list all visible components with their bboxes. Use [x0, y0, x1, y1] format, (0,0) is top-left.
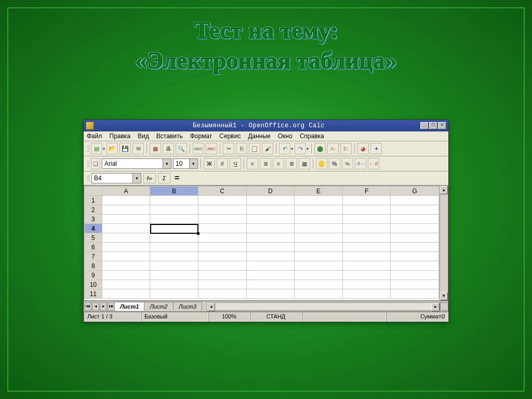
- cell-D3[interactable]: [246, 215, 295, 224]
- cell-A7[interactable]: [102, 252, 150, 261]
- cell-F1[interactable]: [342, 196, 391, 205]
- format-paint-icon[interactable]: 🖌: [262, 143, 273, 154]
- sheet-tab-3[interactable]: Лист3: [173, 302, 202, 311]
- sheet-tab-2[interactable]: Лист2: [144, 302, 173, 311]
- cell-B7[interactable]: [150, 252, 198, 261]
- cell-E5[interactable]: [295, 233, 343, 243]
- paste-icon[interactable]: 📋: [249, 143, 260, 154]
- toolbar-grip-icon[interactable]: [86, 145, 89, 152]
- save-icon[interactable]: 💾: [119, 143, 131, 154]
- menu-tools[interactable]: Сервис: [219, 132, 241, 140]
- cell-G5[interactable]: [391, 233, 439, 243]
- chevron-down-icon[interactable]: ▾: [307, 147, 309, 151]
- autospell-icon[interactable]: ABC: [206, 143, 217, 154]
- cell-G11[interactable]: [391, 289, 439, 299]
- spellcheck-icon[interactable]: ABC: [193, 143, 204, 154]
- chevron-down-icon[interactable]: ▾: [189, 159, 197, 168]
- merge-cells-icon[interactable]: ▦: [299, 158, 310, 169]
- window-titlebar[interactable]: Безымянный1 - OpenOffice.org Calc _ □ ×: [84, 120, 448, 131]
- cell-D1[interactable]: [246, 196, 295, 205]
- row-header-4[interactable]: 4: [85, 224, 102, 233]
- row-header-6[interactable]: 6: [85, 243, 102, 252]
- menu-file[interactable]: Файл: [87, 132, 102, 140]
- cell-G4[interactable]: [391, 224, 439, 233]
- font-name-combo[interactable]: Arial ▾: [102, 158, 171, 169]
- column-header-B[interactable]: B: [150, 187, 198, 196]
- cell-E3[interactable]: [295, 215, 343, 224]
- sort-asc-icon[interactable]: A↓: [327, 143, 339, 154]
- scroll-up-icon[interactable]: ▴: [440, 186, 448, 194]
- equals-button[interactable]: =: [172, 174, 181, 183]
- cell-D9[interactable]: [246, 271, 295, 280]
- scroll-left-icon[interactable]: ◂: [207, 303, 215, 311]
- scroll-down-icon[interactable]: ▾: [440, 292, 448, 300]
- cell-A6[interactable]: [102, 243, 150, 252]
- cut-icon[interactable]: ✂: [223, 143, 234, 154]
- cell-A1[interactable]: [102, 196, 150, 205]
- print-preview-icon[interactable]: 🔍: [176, 143, 187, 154]
- menu-help[interactable]: Справка: [300, 132, 324, 140]
- undo-icon[interactable]: ↶: [279, 143, 290, 154]
- sort-desc-icon[interactable]: Z↓: [340, 143, 352, 154]
- underline-button[interactable]: Ч: [230, 158, 241, 169]
- menu-edit[interactable]: Правка: [110, 132, 131, 140]
- cell-F2[interactable]: [342, 205, 391, 215]
- row-header-7[interactable]: 7: [85, 252, 102, 261]
- cell-D4[interactable]: [246, 224, 295, 233]
- cell-C2[interactable]: [198, 205, 246, 215]
- new-doc-icon[interactable]: ▤: [91, 143, 102, 154]
- cell-A5[interactable]: [102, 233, 150, 243]
- chevron-down-icon[interactable]: ▾: [291, 147, 293, 151]
- row-header-2[interactable]: 2: [85, 205, 102, 215]
- currency-icon[interactable]: 🪙: [316, 158, 327, 169]
- status-insertmode[interactable]: СТАНД: [250, 312, 302, 322]
- menu-data[interactable]: Данные: [248, 132, 270, 140]
- print-icon[interactable]: 🖶: [163, 143, 174, 154]
- row-header-8[interactable]: 8: [85, 261, 102, 271]
- bold-button[interactable]: Ж: [204, 158, 215, 169]
- cell-C10[interactable]: [198, 280, 246, 289]
- font-size-combo[interactable]: 10 ▾: [173, 158, 198, 169]
- cell-D6[interactable]: [246, 243, 295, 252]
- menu-view[interactable]: Вид: [138, 132, 149, 140]
- chevron-down-icon[interactable]: ▾: [163, 159, 171, 168]
- open-icon[interactable]: 📂: [107, 143, 118, 154]
- percent-icon[interactable]: %: [329, 158, 340, 169]
- cell-D11[interactable]: [246, 289, 295, 299]
- navigator-icon[interactable]: ✦: [370, 143, 382, 154]
- cell-C3[interactable]: [198, 215, 246, 224]
- scroll-track[interactable]: [215, 303, 431, 310]
- row-header-11[interactable]: 11: [85, 289, 102, 299]
- horizontal-scrollbar[interactable]: ◂ ▸: [206, 302, 440, 311]
- cell-B10[interactable]: [150, 280, 198, 289]
- cell-E10[interactable]: [295, 280, 343, 289]
- cell-A8[interactable]: [102, 261, 150, 271]
- row-header-1[interactable]: 1: [85, 196, 102, 205]
- tab-last-icon[interactable]: ⏭: [108, 302, 115, 311]
- cell-F3[interactable]: [342, 215, 391, 224]
- tab-prev-icon[interactable]: ◂: [92, 302, 99, 311]
- align-justify-icon[interactable]: ≣: [286, 158, 297, 169]
- align-left-icon[interactable]: ≡: [247, 158, 258, 169]
- cell-G7[interactable]: [391, 252, 439, 261]
- menu-window[interactable]: Окно: [278, 132, 292, 140]
- cell-F10[interactable]: [342, 280, 391, 289]
- column-header-D[interactable]: D: [246, 187, 295, 196]
- cell-A3[interactable]: [102, 215, 150, 224]
- cell-B1[interactable]: [150, 196, 198, 205]
- cell-B6[interactable]: [150, 243, 198, 252]
- sheet-tab-1[interactable]: Лист1: [114, 302, 144, 311]
- add-decimal-icon[interactable]: .0→: [355, 158, 366, 169]
- align-center-icon[interactable]: ≣: [260, 158, 271, 169]
- cell-F6[interactable]: [342, 243, 391, 252]
- redo-icon[interactable]: ↷: [295, 143, 306, 154]
- cell-E6[interactable]: [295, 243, 343, 252]
- function-wizard-button[interactable]: f∞: [143, 173, 156, 183]
- cell-G9[interactable]: [391, 271, 439, 280]
- cell-C5[interactable]: [198, 233, 246, 243]
- remove-decimal-icon[interactable]: ←.0: [368, 158, 379, 169]
- cell-C11[interactable]: [198, 289, 246, 299]
- cell-A10[interactable]: [102, 280, 150, 289]
- cell-D7[interactable]: [246, 252, 295, 261]
- cell-C4[interactable]: [198, 224, 246, 233]
